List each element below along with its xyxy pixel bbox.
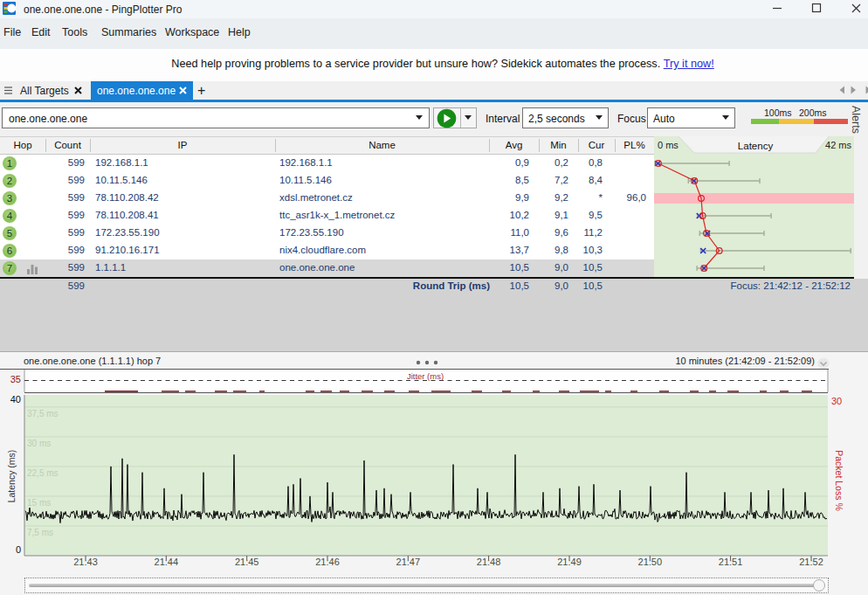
svg-text:Packet Loss %: Packet Loss % — [834, 450, 844, 510]
svg-text:Jitter (ms): Jitter (ms) — [407, 371, 444, 381]
svg-text:21:49: 21:49 — [557, 557, 582, 567]
svg-text:21:51: 21:51 — [719, 557, 743, 567]
svg-text:21:45: 21:45 — [235, 557, 259, 567]
svg-text:Latency: Latency — [738, 141, 774, 151]
svg-text:35: 35 — [10, 374, 21, 384]
svg-text:22,5 ms: 22,5 ms — [27, 468, 59, 478]
svg-text:21:52: 21:52 — [799, 557, 823, 567]
svg-text:21:50: 21:50 — [638, 557, 663, 567]
svg-text:21:46: 21:46 — [315, 557, 340, 567]
svg-text:42 ms: 42 ms — [825, 140, 851, 150]
svg-text:21:48: 21:48 — [477, 557, 501, 567]
svg-text:30 ms: 30 ms — [27, 439, 51, 448]
svg-text:15 ms: 15 ms — [27, 498, 51, 508]
svg-text:30: 30 — [831, 396, 842, 406]
svg-text:40: 40 — [10, 394, 21, 405]
svg-text:Latency (ms): Latency (ms) — [6, 450, 17, 503]
svg-text:0: 0 — [16, 544, 21, 555]
svg-text:0 ms: 0 ms — [658, 140, 679, 150]
svg-text:21:44: 21:44 — [155, 557, 179, 567]
svg-text:21:43: 21:43 — [73, 557, 98, 567]
svg-text:7,5 ms: 7,5 ms — [27, 528, 53, 537]
svg-text:37,5 ms: 37,5 ms — [27, 409, 59, 419]
svg-text:21:47: 21:47 — [396, 557, 421, 567]
